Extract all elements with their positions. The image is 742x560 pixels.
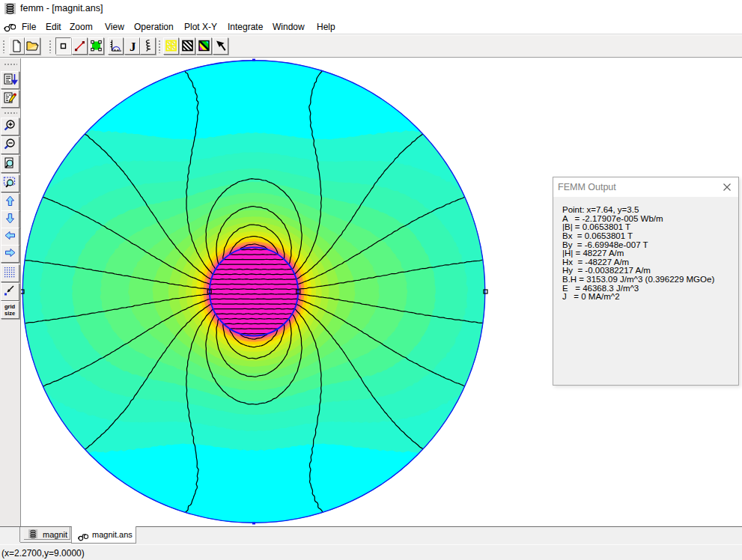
svg-text:J: J [130, 40, 136, 54]
svg-text:size: size [4, 310, 15, 317]
